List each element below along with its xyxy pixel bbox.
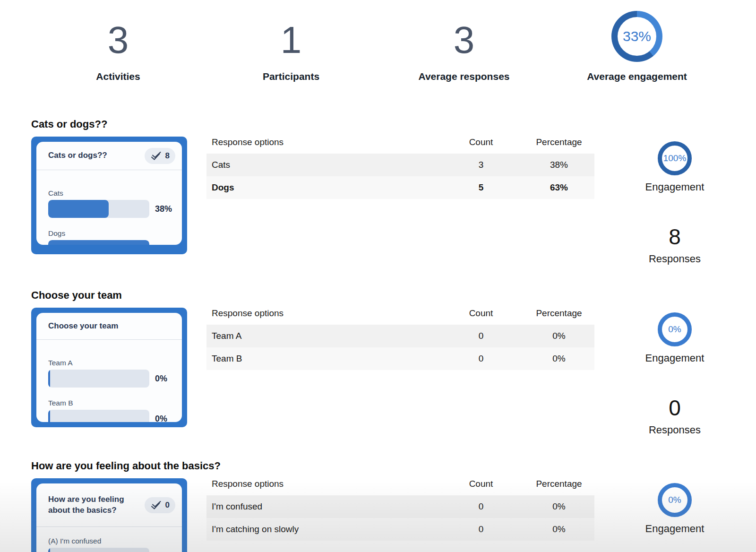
stat-label: Average engagement: [550, 71, 723, 82]
engagement-label: Engagement: [623, 182, 727, 192]
responses-count: 8: [623, 224, 727, 250]
bar-option-label: (A) I'm confused: [48, 537, 175, 545]
activity-preview-card[interactable]: How are you feeling about the basics? 0 …: [31, 478, 187, 552]
preview-card-title: Cats or dogs??: [48, 150, 107, 161]
preview-card-header: Cats or dogs?? 8: [36, 142, 182, 170]
double-check-icon: [150, 151, 163, 161]
activity-title: Choose your team: [31, 288, 122, 302]
card-body: Cats 38% Dogs: [36, 170, 182, 245]
response-table: Response options Count Percentage Team A…: [206, 302, 594, 370]
row-option: I'm catching on slowly: [212, 524, 457, 535]
response-table: Response options Count Percentage Cats 3…: [206, 131, 594, 199]
row-percentage: 0%: [524, 331, 594, 341]
preview-card-header: How are you feeling about the basics? 0: [36, 483, 182, 527]
preview-card-title: How are you feeling about the basics?: [48, 494, 138, 516]
preview-card-header: Choose your team: [36, 313, 182, 340]
responses-label: Responses: [623, 425, 727, 435]
bar-percent: 0%: [155, 374, 167, 384]
activity-section: Cats or dogs?? Cats or dogs?? 8 Cats: [0, 117, 756, 288]
stat-value: 3: [378, 14, 550, 66]
section-engagement-ring: 0%: [658, 483, 692, 517]
row-percentage: 0%: [524, 354, 594, 364]
bar-fill: [48, 200, 109, 218]
activity-title: Cats or dogs??: [31, 117, 107, 131]
row-percentage: 0%: [524, 524, 594, 535]
bar-track: [48, 548, 149, 552]
activity-preview-card[interactable]: Choose your team Team A 0% Team B: [31, 308, 187, 427]
column-header-percentage: Percentage: [524, 137, 594, 147]
bar-line: [48, 548, 175, 552]
engagement-label: Engagement: [623, 524, 727, 534]
table-row: I'm catching on slowly 0 0%: [206, 518, 594, 541]
engagement-summary: 0% Engagement 0 Responses: [623, 312, 727, 435]
column-header-count: Count: [457, 308, 505, 319]
column-header-percentage: Percentage: [524, 479, 594, 489]
average-engagement-percent: 33%: [611, 11, 662, 62]
row-count: 0: [457, 354, 505, 364]
row-percentage: 0%: [524, 501, 594, 512]
responses-label: Responses: [623, 254, 727, 264]
bar-percent: 0%: [155, 414, 167, 423]
table-header-row: Response options Count Percentage: [206, 131, 594, 154]
response-count-value: 0: [165, 500, 170, 510]
activity-title: How are you feeling about the basics?: [31, 459, 221, 473]
bar-track: [48, 240, 149, 245]
activity-section: How are you feeling about the basics? Ho…: [0, 459, 756, 552]
bar-option-label: Cats: [48, 189, 175, 198]
preview-bar: (A) I'm confused: [48, 537, 175, 552]
bar-track: [48, 410, 149, 422]
engagement-percent: 100%: [663, 153, 687, 164]
row-option: Team B: [212, 354, 457, 364]
responses-count: 0: [623, 395, 727, 421]
preview-bar: Cats 38%: [48, 189, 175, 218]
row-count: 0: [457, 501, 505, 512]
bar-line: 0%: [48, 410, 175, 422]
engagement-percent: 0%: [668, 324, 681, 335]
engagement-summary: 0% Engagement 0 Responses: [623, 483, 727, 552]
activity-preview-card[interactable]: Cats or dogs?? 8 Cats 38% Dogs: [31, 137, 187, 254]
table-header-row: Response options Count Percentage: [206, 302, 594, 325]
table-header-row: Response options Count Percentage: [206, 473, 594, 495]
column-header-options: Response options: [212, 308, 457, 319]
bar-fill: [48, 370, 50, 388]
response-count-badge: 8: [145, 148, 175, 164]
stat-label: Participants: [205, 71, 378, 82]
summary-stat: 3 3 Activities: [32, 0, 205, 95]
preview-card-title: Choose your team: [48, 321, 118, 331]
section-engagement-ring: 0%: [658, 312, 692, 346]
summary-stats: 3 3 Activities 1 1 Participants 3 3 Aver…: [32, 0, 723, 95]
stat-value: 3: [32, 14, 205, 66]
bar-track: [48, 370, 149, 388]
row-percentage: 38%: [524, 160, 594, 170]
bar-track: [48, 200, 149, 218]
average-engagement-ring: 33%: [611, 11, 662, 62]
card-body: Team A 0% Team B 0%: [36, 340, 182, 422]
double-check-icon: [150, 500, 163, 510]
summary-stat: 33% 33% Average engagement: [550, 0, 723, 95]
preview-bar: Team B 0%: [48, 399, 175, 422]
bar-line: 38%: [48, 200, 175, 218]
section-engagement-ring: 100%: [658, 141, 692, 175]
column-header-count: Count: [457, 137, 505, 147]
engagement-label: Engagement: [623, 353, 727, 363]
activity-preview-inner: Choose your team Team A 0% Team B: [36, 313, 182, 422]
stat-label: Activities: [32, 71, 205, 82]
row-option: Cats: [212, 160, 457, 170]
bar-option-label: Team A: [48, 359, 175, 367]
column-header-options: Response options: [212, 479, 457, 489]
bar-fill: [48, 240, 149, 245]
bar-fill: [48, 548, 50, 552]
summary-stat: 3 3 Average responses: [378, 0, 550, 95]
column-header-options: Response options: [212, 137, 457, 147]
response-table: Response options Count Percentage I'm co…: [206, 473, 594, 541]
preview-bar: Dogs: [48, 229, 175, 245]
bar-line: [48, 240, 175, 245]
bar-option-label: Dogs: [48, 229, 175, 238]
preview-bar: Team A 0%: [48, 359, 175, 388]
engagement-summary: 100% Engagement 8 Responses: [623, 141, 727, 264]
stat-label: Average responses: [378, 71, 550, 82]
bar-option-label: Team B: [48, 399, 175, 407]
bar-line: 0%: [48, 370, 175, 388]
report-page: 3 3 Activities 1 1 Participants 3 3 Aver…: [0, 0, 756, 552]
row-option: Dogs: [212, 182, 457, 193]
